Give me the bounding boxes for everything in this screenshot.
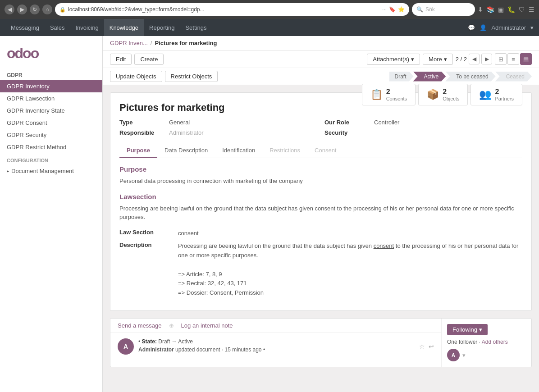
partners-number: 2 [495, 88, 514, 96]
chat-icon[interactable]: 💬 [468, 24, 475, 31]
our-role-value: Controller [374, 119, 399, 126]
nav-messaging[interactable]: Messaging [5, 19, 45, 36]
update-objects-button[interactable]: Update Objects [110, 71, 162, 82]
add-others-link[interactable]: Add others [482, 339, 508, 345]
law-section-label: Law Section [119, 229, 174, 238]
status-ceased[interactable]: Ceased [495, 72, 532, 82]
partners-stat[interactable]: 👥 2 Partners [470, 84, 522, 105]
bug-icon[interactable]: 🐛 [507, 6, 515, 13]
responsible-field-row: Responsible Administrator [119, 129, 317, 136]
tab-consent[interactable]: Consent [307, 143, 343, 158]
app-header: Messaging Sales Invoicing Knowledge Repo… [0, 19, 539, 36]
create-button[interactable]: Create [134, 54, 164, 65]
follower-avatar-row: A ▾ [447, 349, 526, 361]
message-avatar: A [118, 338, 134, 355]
article-line: => Article: 7, 8, 9 [178, 270, 522, 279]
attachment-button[interactable]: Attachment(s) ▾ [367, 54, 420, 65]
objects-label: Objects [443, 96, 459, 101]
tab-purpose[interactable]: Purpose [119, 143, 157, 158]
url-text: localhost:8069/web#id=2&view_type=form&m… [68, 6, 380, 13]
law-section-row: Law Section consent [119, 229, 522, 238]
forward-button[interactable]: ▶ [17, 5, 27, 14]
star-icon[interactable]: ☆ [419, 343, 425, 350]
nav-settings[interactable]: Settings [180, 19, 212, 36]
tab-identification[interactable]: Identification [215, 143, 262, 158]
consents-number: 2 [386, 88, 407, 96]
recital-value: 32, 42, 43, 171 [208, 280, 247, 287]
sidebar: odoo GDPR GDPR Inventory GDPR Lawsection… [0, 36, 103, 392]
sidebar-item-document-management[interactable]: ▸ Document Management [0, 165, 102, 177]
more-chevron: ▾ [444, 56, 447, 63]
breadcrumb-parent[interactable]: GDPR Inven... [110, 40, 148, 46]
sidebar-item-gdpr-consent[interactable]: GDPR Consent [0, 117, 102, 129]
description-link[interactable]: consent [374, 242, 394, 249]
refresh-button[interactable]: ↻ [30, 5, 40, 14]
type-field-row: Type General [119, 119, 317, 126]
status-bar: Update Objects Restrict Objects Draft Ac… [103, 68, 539, 85]
home-button[interactable]: ⌂ [42, 5, 52, 14]
status-draft[interactable]: Draft [389, 72, 414, 82]
prev-page-button[interactable]: ◀ [469, 54, 480, 64]
chatter-right: Following ▾ One follower · Add others A … [441, 319, 531, 367]
page-nav: 2 / 2 ◀ ▶ [456, 54, 492, 64]
message-action: updated document [175, 346, 220, 353]
sidebar-item-gdpr-security[interactable]: GDPR Security [0, 129, 102, 141]
reply-icon[interactable]: ↩ [429, 343, 434, 350]
sidebar-item-gdpr-lawsection[interactable]: GDPR Lawsection [0, 92, 102, 105]
admin-avatar[interactable]: 👤 [480, 24, 487, 31]
restrict-objects-button[interactable]: Restrict Objects [165, 71, 218, 82]
log-note-button[interactable]: Log an internal note [181, 322, 233, 329]
followers-line: One follower · Add others [447, 339, 526, 345]
purpose-section: Purpose Personal data processing in conn… [119, 165, 522, 298]
follower-chevron[interactable]: ▾ [462, 352, 466, 359]
status-to-be-ceased[interactable]: To be ceased [445, 72, 495, 82]
shield-icon[interactable]: 🛡 [519, 6, 525, 13]
chatter-area: Send a message ⊕ Log an internal note A … [110, 318, 532, 367]
objects-stat[interactable]: 📦 2 Objects [418, 84, 468, 105]
nav-sales[interactable]: Sales [45, 19, 70, 36]
security-field-row: Security [324, 129, 522, 136]
breadcrumb-separator: / [151, 40, 152, 46]
nav-reporting[interactable]: Reporting [144, 19, 180, 36]
message-author-line: Administrator updated document · 15 minu… [138, 346, 415, 353]
kanban-view-button[interactable]: ⊞ [495, 53, 507, 65]
next-page-button[interactable]: ▶ [481, 54, 492, 64]
header-right: 💬 👤 Administrator ▾ [468, 24, 534, 31]
form-view-button[interactable]: ▤ [520, 53, 532, 65]
consents-stat[interactable]: 📋 2 Consents [362, 84, 416, 105]
law-section-value: consent [178, 229, 522, 238]
more-label: More [429, 56, 442, 63]
admin-chevron[interactable]: ▾ [530, 24, 534, 31]
address-bar[interactable]: 🔒 localhost:8069/web#id=2&view_type=form… [55, 3, 409, 16]
sidebar-item-gdpr-restrict-method[interactable]: GDPR Restrict Method [0, 141, 102, 153]
tab-restrictions[interactable]: Restrictions [262, 143, 307, 158]
menu-icon[interactable]: ☰ [529, 6, 534, 13]
sidebar-item-gdpr-inventory-state[interactable]: GDPR Inventory State [0, 105, 102, 117]
download-icon[interactable]: ⬇ [478, 6, 483, 13]
lawsection-title: Lawsection [119, 193, 522, 201]
admin-label: Administrator [491, 24, 526, 31]
browser-search[interactable]: 🔍 Sök [412, 3, 475, 16]
sidebar-icon[interactable]: ▣ [498, 6, 504, 13]
consents-label: Consents [386, 96, 407, 101]
nav-knowledge[interactable]: Knowledge [104, 19, 144, 36]
message-dot: • [138, 338, 140, 345]
message-time: 15 minutes ago [224, 346, 261, 353]
send-message-button[interactable]: Send a message [118, 322, 162, 329]
message-meta: • State: Draft → Active [138, 338, 415, 345]
page-info: 2 / 2 [456, 56, 467, 63]
more-button[interactable]: More ▾ [423, 54, 453, 65]
list-view-button[interactable]: ≡ [507, 53, 519, 65]
status-active[interactable]: Active [413, 72, 446, 82]
library-icon[interactable]: 📚 [487, 6, 494, 13]
chevron-icon: ▸ [7, 169, 9, 173]
view-icons: ⊞ ≡ ▤ [495, 53, 532, 65]
edit-button[interactable]: Edit [110, 54, 132, 65]
chatter-toolbar: Send a message ⊕ Log an internal note [110, 319, 441, 333]
following-button[interactable]: Following ▾ [447, 324, 488, 335]
sidebar-item-gdpr-inventory[interactable]: GDPR Inventory [0, 80, 102, 92]
objects-number: 2 [443, 88, 459, 96]
back-button[interactable]: ◀ [5, 5, 14, 14]
nav-invoicing[interactable]: Invoicing [70, 19, 104, 36]
tab-data-description[interactable]: Data Description [157, 143, 215, 158]
